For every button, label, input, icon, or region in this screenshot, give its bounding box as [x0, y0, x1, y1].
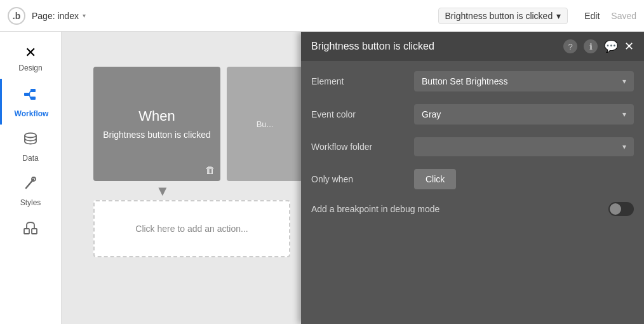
- workflow-folder-select[interactable]: ▾: [414, 137, 634, 156]
- svg-line-3: [29, 91, 30, 94]
- saved-label: Saved: [611, 11, 636, 21]
- only-when-label: Only when: [311, 174, 406, 184]
- element-label: Element: [311, 76, 406, 86]
- svg-line-4: [29, 94, 30, 98]
- panel-body: Element Button Set Brightness ▾ Event co…: [301, 61, 644, 324]
- when-card-subtitle: Brightness button is clicked: [103, 130, 211, 140]
- only-when-row: Only when Click: [311, 169, 634, 189]
- when-card-title: When: [138, 108, 175, 125]
- workflow-name-label: Brightness button is clicked: [445, 11, 553, 21]
- page-selector[interactable]: Page: index ▾: [32, 11, 86, 21]
- sidebar-label-workflow: Workflow: [15, 109, 49, 118]
- svg-rect-9: [32, 229, 37, 234]
- workflow-folder-chevron-icon: ▾: [622, 142, 626, 151]
- element-value: Button Set Brightness: [422, 76, 507, 86]
- plugins-icon: [22, 220, 39, 240]
- event-color-chevron-icon: ▾: [622, 110, 626, 119]
- action-card-label: Bu...: [252, 114, 279, 134]
- workflow-folder-label: Workflow folder: [311, 142, 406, 152]
- breakpoint-row: Add a breakpoint in debug mode: [311, 202, 634, 216]
- close-icon[interactable]: ✕: [624, 39, 634, 53]
- panel-header: Brightness button is clicked ? ℹ 💬 ✕: [301, 32, 644, 61]
- add-action-label: Click here to add an action...: [135, 224, 248, 234]
- panel-title: Brightness button is clicked: [311, 41, 558, 52]
- element-row: Element Button Set Brightness ▾: [311, 71, 634, 91]
- when-card[interactable]: When Brightness button is clicked 🗑: [93, 67, 220, 181]
- data-icon: [22, 131, 39, 151]
- comment-icon[interactable]: 💬: [604, 39, 618, 53]
- panel-icons: ? ℹ 💬 ✕: [563, 39, 634, 53]
- canvas: When Brightness button is clicked 🗑 Bu..…: [62, 32, 644, 324]
- element-chevron-icon: ▾: [622, 77, 626, 86]
- sidebar: ✕ Design Workflow: [0, 32, 62, 324]
- svg-rect-0: [24, 93, 29, 96]
- add-action-placeholder[interactable]: Click here to add an action...: [93, 200, 290, 257]
- styles-icon: [22, 175, 39, 196]
- sidebar-item-plugins[interactable]: [0, 213, 61, 246]
- sidebar-label-design: Design: [18, 64, 42, 72]
- event-color-value: Gray: [422, 109, 441, 119]
- event-panel: Brightness button is clicked ? ℹ 💬 ✕ Ele…: [301, 32, 644, 324]
- sidebar-label-styles: Styles: [20, 198, 41, 207]
- sidebar-item-styles[interactable]: Styles: [0, 169, 61, 213]
- svg-rect-1: [30, 89, 36, 92]
- workflow-folder-row: Workflow folder ▾: [311, 137, 634, 156]
- element-select[interactable]: Button Set Brightness ▾: [414, 71, 634, 91]
- help-icon[interactable]: ?: [563, 39, 577, 53]
- svg-rect-2: [30, 97, 36, 100]
- app-logo: .b: [8, 7, 25, 25]
- event-color-label: Event color: [311, 109, 406, 119]
- action-card[interactable]: Bu...: [227, 67, 303, 181]
- info-icon[interactable]: ℹ: [584, 39, 598, 53]
- main-area: ✕ Design Workflow: [0, 32, 644, 324]
- edit-button[interactable]: Edit: [584, 11, 600, 21]
- workflow-icon: [23, 85, 41, 107]
- workflow-selector[interactable]: Brightness button is clicked ▾: [438, 8, 568, 24]
- toggle-knob: [610, 203, 621, 215]
- trash-icon[interactable]: 🗑: [205, 165, 215, 176]
- breakpoint-label: Add a breakpoint in debug mode: [311, 204, 601, 214]
- sidebar-item-workflow[interactable]: Workflow: [0, 79, 61, 125]
- svg-rect-8: [24, 229, 29, 234]
- sidebar-item-data[interactable]: Data: [0, 125, 61, 169]
- svg-point-5: [25, 133, 36, 138]
- page-label: Page: index: [32, 11, 79, 21]
- connector-arrow-icon: ▼: [156, 183, 170, 199]
- sidebar-item-design[interactable]: ✕ Design: [0, 38, 61, 79]
- event-color-row: Event color Gray ▾: [311, 104, 634, 125]
- event-color-select[interactable]: Gray ▾: [414, 104, 634, 125]
- topbar: .b Page: index ▾ Brightness button is cl…: [0, 0, 644, 32]
- page-chevron-icon: ▾: [83, 12, 86, 19]
- design-icon: ✕: [25, 44, 36, 61]
- workflow-chevron-icon: ▾: [556, 11, 561, 21]
- breakpoint-toggle[interactable]: [608, 202, 634, 216]
- sidebar-label-data: Data: [22, 154, 38, 163]
- click-button[interactable]: Click: [414, 169, 456, 189]
